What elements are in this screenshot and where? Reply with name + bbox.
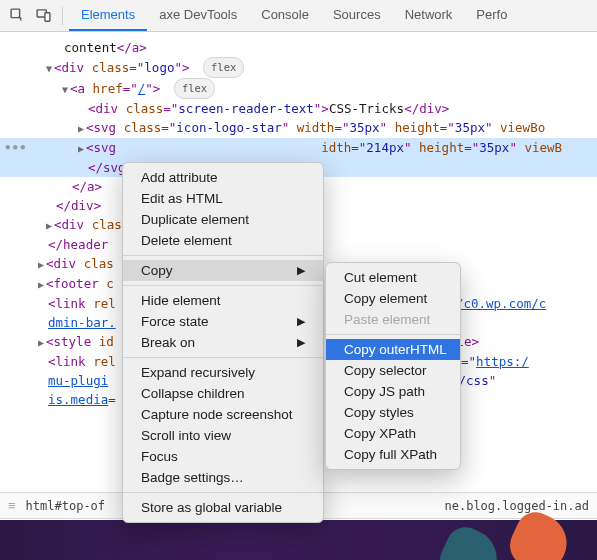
menu-item-copy-full-xpath[interactable]: Copy full XPath	[326, 444, 460, 465]
gutter-more-icon[interactable]: •••	[4, 138, 27, 157]
tag: div	[62, 60, 85, 75]
menu-label: Paste element	[344, 312, 430, 327]
expand-arrow-icon[interactable]: ▶	[36, 275, 46, 294]
chevron-right-icon: ▶	[297, 336, 305, 349]
menu-label: Break on	[141, 335, 195, 350]
menu-item-break-on[interactable]: Break on▶	[123, 332, 323, 353]
menu-item-hide-element[interactable]: Hide element	[123, 290, 323, 311]
menu-item-store-global[interactable]: Store as global variable	[123, 497, 323, 518]
tree-row[interactable]: ▶<svg class="icon-logo-star" width="35px…	[0, 118, 597, 138]
flex-badge[interactable]: flex	[203, 57, 244, 78]
breadcrumb-node[interactable]: ne.blog.logged-in.ad	[445, 499, 590, 513]
attr-value: icon-logo-star	[176, 120, 281, 135]
expand-arrow-icon[interactable]: ▶	[76, 139, 86, 158]
tag: div	[62, 217, 85, 232]
menu-label: Capture node screenshot	[141, 407, 293, 422]
tag: div	[71, 198, 94, 213]
menu-label: Badge settings…	[141, 470, 244, 485]
menu-item-copy-xpath[interactable]: Copy XPath	[326, 423, 460, 444]
tab-axe-devtools[interactable]: axe DevTools	[147, 0, 249, 31]
attr: rel	[93, 354, 116, 369]
tree-row[interactable]: <div class="screen-reader-text">CSS-Tric…	[0, 99, 597, 118]
menu-item-copy-selector[interactable]: Copy selector	[326, 360, 460, 381]
attr: c	[106, 276, 114, 291]
href-link[interactable]: mu-plugi	[48, 373, 108, 388]
menu-item-capture-node-screenshot[interactable]: Capture node screenshot	[123, 404, 323, 425]
menu-label: Copy selector	[344, 363, 427, 378]
menu-label: Copy JS path	[344, 384, 425, 399]
menu-label: Copy	[141, 263, 173, 278]
menu-separator	[123, 357, 323, 358]
expand-arrow-icon[interactable]: ▶	[76, 119, 86, 138]
expand-arrow-icon[interactable]: ▶	[36, 333, 46, 352]
flex-badge[interactable]: flex	[174, 78, 215, 99]
device-toolbar-icon[interactable]	[30, 3, 56, 29]
inspect-element-icon[interactable]	[4, 3, 30, 29]
menu-item-paste-element: Paste element	[326, 309, 460, 330]
breadcrumb-node[interactable]: html#top-of	[26, 499, 105, 513]
tab-performance[interactable]: Perfo	[464, 0, 519, 31]
attr: class	[92, 60, 130, 75]
menu-item-badge-settings[interactable]: Badge settings…	[123, 467, 323, 488]
href-link[interactable]: dmin-bar.	[48, 315, 116, 330]
devtools-toolbar: Elements axe DevTools Console Sources Ne…	[0, 0, 597, 32]
attr: href	[93, 81, 123, 96]
menu-item-duplicate-element[interactable]: Duplicate element	[123, 209, 323, 230]
menu-item-add-attribute[interactable]: Add attribute	[123, 167, 323, 188]
menu-label: Focus	[141, 449, 178, 464]
attr: viewB	[524, 140, 562, 155]
tab-elements[interactable]: Elements	[69, 0, 147, 31]
attr-value: 35px	[349, 120, 379, 135]
menu-label: Copy XPath	[344, 426, 416, 441]
menu-item-expand-recursively[interactable]: Expand recursively	[123, 362, 323, 383]
menu-item-copy-js-path[interactable]: Copy JS path	[326, 381, 460, 402]
attr-value: 35px	[455, 120, 485, 135]
svg-rect-2	[44, 13, 49, 22]
menu-item-delete-element[interactable]: Delete element	[123, 230, 323, 251]
expand-arrow-icon[interactable]: ▼	[44, 59, 54, 78]
menu-item-focus[interactable]: Focus	[123, 446, 323, 467]
text-node: content	[64, 40, 117, 55]
tag: a	[87, 179, 95, 194]
menu-label: Cut element	[344, 270, 417, 285]
chevron-right-icon: ▶	[297, 264, 305, 277]
href-link[interactable]: https:/	[476, 354, 529, 369]
breadcrumb-overflow-icon[interactable]: ≡	[8, 498, 16, 513]
attr: height	[419, 140, 464, 155]
expand-arrow-icon[interactable]: ▶	[44, 216, 54, 235]
menu-item-copy-element[interactable]: Copy element	[326, 288, 460, 309]
tab-sources[interactable]: Sources	[321, 0, 393, 31]
attr: viewBo	[500, 120, 545, 135]
menu-item-copy[interactable]: Copy▶	[123, 260, 323, 281]
menu-item-force-state[interactable]: Force state▶	[123, 311, 323, 332]
menu-item-cut-element[interactable]: Cut element	[326, 267, 460, 288]
menu-item-collapse-children[interactable]: Collapse children	[123, 383, 323, 404]
tab-console[interactable]: Console	[249, 0, 321, 31]
tag: a	[78, 81, 86, 96]
attr-value: logo	[144, 60, 174, 75]
menu-item-copy-styles[interactable]: Copy styles	[326, 402, 460, 423]
menu-item-scroll-into-view[interactable]: Scroll into view	[123, 425, 323, 446]
menu-label: Copy full XPath	[344, 447, 437, 462]
menu-label: Hide element	[141, 293, 221, 308]
tree-row[interactable]: ▼<div class="logo"> flex	[0, 57, 597, 78]
tree-row[interactable]: content</a>	[0, 38, 597, 57]
tag: link	[56, 296, 86, 311]
text-node: CSS-Tricks	[329, 101, 404, 116]
tree-row-selected[interactable]: ••• ▶<svg idth="214px" height="35px" vie…	[0, 138, 597, 158]
expand-arrow-icon[interactable]: ▼	[60, 80, 70, 99]
tag: footer	[54, 276, 99, 291]
tree-row[interactable]: ▼<a href="/"> flex	[0, 78, 597, 99]
menu-label: Scroll into view	[141, 428, 231, 443]
href-link[interactable]: is.media	[48, 392, 108, 407]
chevron-right-icon: ▶	[297, 315, 305, 328]
expand-arrow-icon[interactable]: ▶	[36, 255, 46, 274]
tag: div	[96, 101, 119, 116]
menu-item-copy-outerhtml[interactable]: Copy outerHTML	[326, 339, 460, 360]
attr: width	[297, 120, 335, 135]
attr: idth	[321, 140, 351, 155]
menu-item-edit-as-html[interactable]: Edit as HTML	[123, 188, 323, 209]
tag: div	[54, 256, 77, 271]
attr: height	[395, 120, 440, 135]
tab-network[interactable]: Network	[393, 0, 465, 31]
